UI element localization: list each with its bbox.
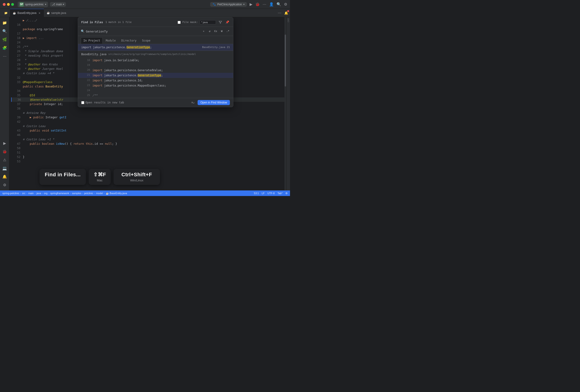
match-word-button[interactable]: W: [219, 29, 224, 34]
scope-tab-module[interactable]: Module: [103, 37, 118, 44]
statusbar-model[interactable]: model: [96, 192, 103, 195]
project-selector[interactable]: SP spring-petclinic ▾: [18, 2, 48, 7]
file-mask-input[interactable]: [200, 20, 216, 24]
statusbar-src[interactable]: src: [22, 192, 25, 195]
statusbar-position[interactable]: 53:1: [254, 192, 259, 195]
match-case-button[interactable]: Cc: [213, 29, 218, 34]
file-result-header: BaseEntity.java src/main/java/org/spring…: [78, 51, 233, 58]
sidebar-item-project[interactable]: 📁: [1, 19, 8, 26]
statusbar-java[interactable]: java: [36, 192, 41, 195]
shortcut-mac-keys: ⇧⌘F: [93, 172, 106, 178]
code-result-line-22[interactable]: 22 import jakarta.persistence.Id;: [78, 78, 233, 83]
footer-right: ⌘↵ Open in Find Window: [191, 100, 230, 105]
sidebar-item-notifications[interactable]: 🔔: [1, 173, 8, 180]
maximize-button[interactable]: [11, 3, 14, 6]
code-result-line-19[interactable]: 19: [78, 63, 233, 68]
result-text: import jakarta.persistence.GenerationTyp…: [81, 45, 202, 49]
line-content: public void setId(Int: [23, 128, 66, 133]
clear-search-button[interactable]: ✕: [201, 29, 206, 34]
new-tab-checkbox[interactable]: [81, 101, 84, 104]
more-button[interactable]: ⋯: [263, 2, 266, 6]
statusbar-main[interactable]: main: [28, 192, 34, 195]
statusbar-indent[interactable]: Tab*: [278, 192, 283, 195]
statusbar-sep: ›: [94, 192, 95, 195]
minimize-button[interactable]: [7, 3, 10, 6]
statusbar-sep: ›: [20, 192, 21, 195]
branch-selector[interactable]: ⎇ main ▾: [50, 2, 66, 7]
sidebar-item-problems[interactable]: ⚠: [1, 156, 8, 164]
tab-sample[interactable]: ☕ sample.java: [44, 9, 69, 17]
statusbar-samples[interactable]: samples: [72, 192, 81, 195]
editor-area[interactable]: ▶ /..../ 16 package org.springframe 17 1…: [9, 17, 286, 191]
pin-button[interactable]: 📌: [225, 20, 230, 25]
file-mask-checkbox[interactable]: [178, 21, 181, 24]
result-row[interactable]: import jakarta.persistence.GenerationTyp…: [78, 44, 233, 51]
line-number: 18: [84, 58, 90, 62]
search-history-button[interactable]: ↺: [207, 29, 212, 34]
line-number: 32: [11, 75, 20, 80]
run-button[interactable]: ▶: [250, 2, 252, 6]
scope-tab-in-project[interactable]: In Project: [81, 37, 103, 44]
code-result-line-24[interactable]: 24: [78, 88, 233, 93]
statusbar-sep: ›: [104, 192, 105, 195]
sidebar-toggle-button[interactable]: 📁: [2, 9, 10, 17]
search-button[interactable]: 🔍: [277, 2, 281, 6]
code-result-line-21[interactable]: 21 import jakarta.persistence.Generation…: [78, 73, 233, 78]
statusbar-springframework[interactable]: springframework: [50, 192, 69, 195]
tab-base-entity[interactable]: ☕ BaseEntity.java ✕: [10, 9, 44, 17]
scope-tab-scope[interactable]: Scope: [140, 37, 153, 44]
line-number: 29: [11, 62, 20, 67]
code-result-line-23[interactable]: 23 import jakarta.persistence.MappedSupe…: [78, 83, 233, 88]
new-tab-checkbox-label[interactable]: Open results in new tab: [81, 100, 124, 105]
debug-button[interactable]: 🐞: [255, 2, 260, 6]
sidebar-item-plugins[interactable]: 🧩: [1, 44, 8, 51]
tab-more-button[interactable]: ⋯: [278, 11, 284, 15]
sidebar-item-search[interactable]: 🔍: [1, 27, 8, 35]
line-number: 24: [84, 89, 90, 93]
line-content: }: [23, 155, 25, 159]
sidebar-item-vcs[interactable]: 🌿: [1, 36, 8, 43]
run-app-label: PetClinicApplication: [217, 3, 242, 6]
line-number: 27: [11, 53, 20, 58]
line-number: 42: [11, 119, 20, 124]
line-content: ▶ public Integer getI: [23, 115, 66, 119]
close-button[interactable]: [3, 3, 5, 6]
statusbar-encoding[interactable]: UTF-8: [268, 192, 275, 195]
java-file-icon: ☕: [47, 11, 50, 14]
run-app-selector[interactable]: 🐾 PetClinicApplication ▾: [210, 2, 247, 7]
statusbar-petclinic[interactable]: petclinic: [84, 192, 93, 195]
tab-label: sample.java: [51, 11, 66, 15]
settings-button[interactable]: ⚙: [284, 2, 287, 6]
sidebar-item-more[interactable]: ⋯: [1, 52, 8, 60]
statusbar-org[interactable]: org: [44, 192, 48, 195]
filter-button[interactable]: [218, 20, 223, 25]
sidebar-item-terminal[interactable]: 💻: [1, 164, 8, 172]
code-line: 51: [11, 150, 286, 155]
vertical-scrollbar[interactable]: [285, 17, 286, 191]
open-find-window-button[interactable]: Open in Find Window: [198, 100, 230, 105]
statusbar-sep: ›: [26, 192, 27, 195]
scope-tab-directory[interactable]: Directory: [119, 37, 139, 44]
line-number: 20: [84, 68, 90, 72]
code-result-line-18[interactable]: 18 import java.io.Serializable;: [78, 58, 233, 63]
line-content: ▶ /..../: [23, 18, 37, 22]
code-result-line-25[interactable]: 25 /**: [78, 93, 233, 98]
code-line: 39 ▶ public Integer getI: [11, 115, 286, 119]
search-input[interactable]: [86, 30, 200, 33]
tab-close-button[interactable]: ✕: [38, 11, 41, 15]
profile-button[interactable]: 👤: [269, 2, 274, 6]
statusbar-project[interactable]: spring-petclinic: [2, 192, 19, 195]
sidebar-item-debug[interactable]: 🐞: [1, 148, 8, 155]
line-number: 17: [11, 31, 20, 36]
sidebar-item-settings[interactable]: ⚙: [1, 181, 8, 189]
notification-button[interactable]: 🔔: [284, 11, 290, 15]
line-content: @GeneratedValue(str: [23, 98, 63, 102]
statusbar-line-endings[interactable]: LF: [262, 192, 265, 195]
sidebar-item-run[interactable]: ▶: [1, 139, 8, 147]
scrollbar-thumb: [285, 35, 286, 87]
left-sidebar: 📁 🔍 🌿 🧩 ⋯ ▶ 🐞 ⚠ 💻 🔔 ⚙: [0, 17, 9, 191]
statusbar-filename: ☕ BaseEntity.java: [106, 192, 127, 195]
regex-button[interactable]: .*: [225, 29, 230, 34]
code-result-line-20[interactable]: 20 import jakarta.persistence.GeneratedV…: [78, 68, 233, 73]
statusbar-breadcrumb: spring-petclinic › src › main › java › o…: [2, 192, 127, 195]
